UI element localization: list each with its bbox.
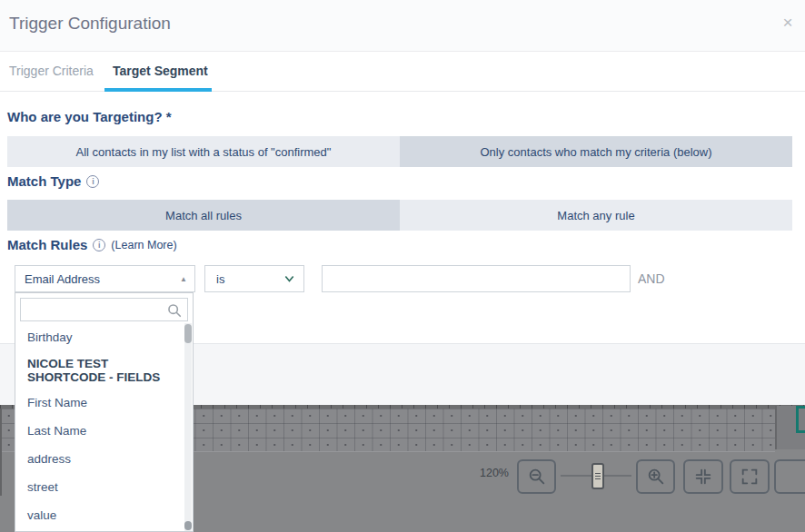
- match-type-heading-label: Match Type: [7, 173, 81, 189]
- collapse-view-button[interactable]: [683, 459, 723, 494]
- screen: 120% Save Configuration: [0, 0, 805, 532]
- dropdown-group-header: NICOLE TEST SHORTCODE - FIELDS: [15, 351, 184, 389]
- compress-icon: [693, 467, 713, 487]
- match-type-option-all-rules[interactable]: Match all rules: [7, 200, 400, 231]
- targeting-option-match-criteria[interactable]: Only contacts who match my criteria (bel…: [400, 136, 792, 167]
- dropdown-option[interactable]: value: [15, 501, 184, 529]
- dropdown-option[interactable]: Last Name: [15, 417, 184, 445]
- fullscreen-button[interactable]: [730, 459, 770, 494]
- rule-value-input[interactable]: [322, 265, 631, 292]
- targeting-heading: Who are you Targeting? *: [7, 109, 172, 124]
- close-icon[interactable]: ×: [778, 13, 798, 33]
- selected-element-outline: [796, 406, 805, 433]
- info-icon[interactable]: i: [93, 239, 105, 251]
- targeting-toggle-group: All contacts in my list with a status of…: [7, 136, 792, 167]
- modal-title: Trigger Configuration: [9, 14, 171, 34]
- rule-field-value: Email Address: [15, 272, 180, 286]
- magnifier-minus-icon: [527, 467, 547, 487]
- active-tab-underline: [104, 88, 212, 92]
- tab-target-segment[interactable]: Target Segment: [113, 52, 208, 91]
- match-type-heading: Match Type i: [7, 173, 99, 189]
- dropdown-scrollbar-thumb[interactable]: [184, 324, 192, 343]
- dropdown-option[interactable]: address: [15, 445, 184, 473]
- rule-operator-value: is: [205, 272, 283, 286]
- magnifier-plus-icon: [646, 467, 666, 487]
- dropdown-option[interactable]: First Name: [15, 389, 184, 417]
- dropdown-option-list: Birthday NICOLE TEST SHORTCODE - FIELDS …: [15, 323, 184, 529]
- dropdown-scrollbar-track[interactable]: [184, 323, 192, 531]
- match-rules-heading-label: Match Rules: [7, 237, 87, 252]
- zoom-level-label: 120%: [480, 467, 509, 479]
- zoom-slider-handle[interactable]: [591, 463, 604, 489]
- rule-field-select[interactable]: Email Address ▲: [15, 265, 195, 292]
- zoom-in-button[interactable]: [636, 459, 675, 494]
- search-icon: [166, 302, 183, 319]
- dropdown-search-box: [20, 298, 188, 321]
- match-type-toggle-group: Match all rules Match any rule: [7, 200, 792, 231]
- rule-operator-select[interactable]: is: [204, 265, 304, 292]
- rule-conjunction-label: AND: [638, 265, 665, 292]
- toolbar-extra-button[interactable]: [774, 459, 805, 494]
- caret-up-icon: ▲: [180, 275, 194, 283]
- dropdown-scrollbar-nub: [184, 521, 192, 530]
- modal-header: Trigger Configuration ×: [0, 0, 805, 52]
- dropdown-search-input[interactable]: [21, 299, 187, 320]
- field-dropdown-panel: Birthday NICOLE TEST SHORTCODE - FIELDS …: [15, 292, 194, 532]
- dropdown-option[interactable]: street: [15, 473, 184, 501]
- match-rules-heading: Match Rules i (Learn More): [7, 237, 177, 252]
- dropdown-option[interactable]: Birthday: [15, 323, 184, 351]
- match-type-option-any-rule[interactable]: Match any rule: [400, 200, 792, 231]
- fullscreen-icon: [740, 467, 760, 487]
- learn-more-link[interactable]: (Learn More): [111, 239, 176, 251]
- zoom-out-button[interactable]: [517, 459, 556, 494]
- canvas-left-edge: [0, 409, 2, 496]
- targeting-option-all-contacts[interactable]: All contacts in my list with a status of…: [7, 136, 400, 167]
- chevron-down-icon: [283, 274, 295, 283]
- info-icon[interactable]: i: [86, 175, 99, 188]
- tab-trigger-criteria[interactable]: Trigger Criteria: [9, 52, 94, 91]
